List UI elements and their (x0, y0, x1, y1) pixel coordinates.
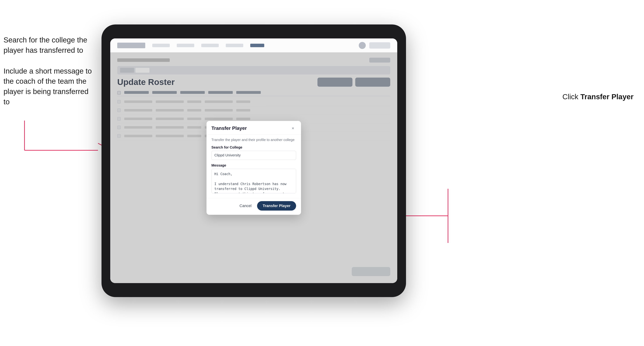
tablet-device: Update Roster (102, 24, 406, 297)
navbar-item-3 (201, 44, 219, 47)
modal-title: Transfer Player (212, 126, 247, 131)
navbar-item-active (250, 44, 264, 47)
message-textarea[interactable] (212, 169, 296, 193)
modal-footer: Cancel Transfer Player (206, 198, 301, 215)
cancel-button[interactable]: Cancel (237, 202, 254, 210)
annotation-click-prefix: Click (562, 93, 580, 101)
message-label: Message (212, 163, 296, 168)
navbar-button (369, 42, 390, 49)
modal-header: Transfer Player × (206, 121, 301, 134)
modal-description: Transfer the player and their profile to… (212, 138, 296, 142)
annotation-transfer-bold: Transfer Player (580, 93, 634, 101)
navbar-right (359, 42, 390, 49)
annotation-right: Click Transfer Player (562, 93, 634, 101)
navbar (110, 38, 397, 52)
modal-body: Transfer the player and their profile to… (206, 134, 301, 198)
close-icon: × (292, 126, 294, 131)
modal-overlay: Transfer Player × Transfer the player an… (110, 52, 397, 283)
annotation-search-text: Search for the college the player has tr… (4, 35, 96, 56)
transfer-player-modal: Transfer Player × Transfer the player an… (206, 121, 301, 215)
annotation-message-text: Include a short message to the coach of … (4, 66, 96, 107)
navbar-logo (117, 43, 145, 48)
navbar-item-4 (226, 44, 243, 47)
tablet-screen: Update Roster (110, 38, 397, 283)
search-college-label: Search for College (212, 145, 296, 149)
modal-close-button[interactable]: × (290, 125, 296, 131)
navbar-item-2 (177, 44, 194, 47)
transfer-player-button[interactable]: Transfer Player (257, 201, 296, 211)
annotation-left: Search for the college the player has tr… (4, 35, 96, 107)
navbar-item-1 (152, 44, 170, 47)
content-area: Update Roster (110, 52, 397, 283)
navbar-avatar (359, 42, 366, 49)
search-college-input[interactable] (212, 151, 296, 160)
